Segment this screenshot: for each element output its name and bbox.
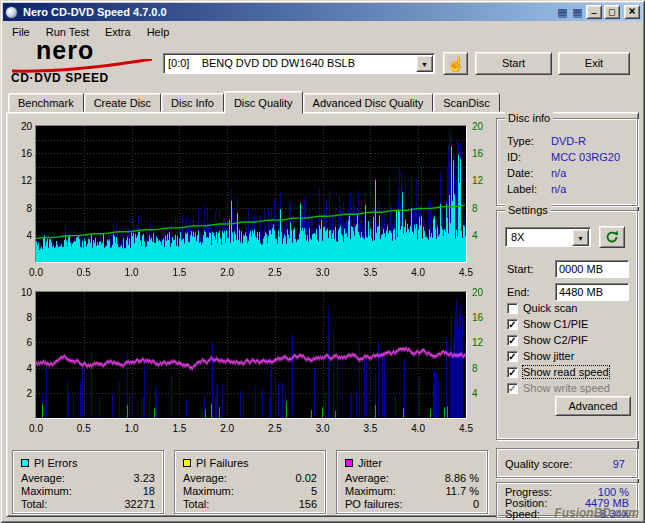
- disc-info-label: Type:: [507, 135, 534, 147]
- chevron-down-icon[interactable]: [416, 55, 433, 72]
- end-position-value: 4480 MB: [559, 286, 603, 298]
- checkbox-icon[interactable]: [507, 319, 518, 330]
- x-axis-tick: 0.0: [23, 267, 49, 278]
- y-axis-tick: 4: [6, 363, 32, 374]
- titlebar[interactable]: Nero CD-DVD Speed 4.7.0.0: [3, 3, 642, 21]
- checkbox-icon[interactable]: [507, 383, 518, 394]
- checkbox-icon[interactable]: [507, 303, 518, 314]
- stats-title: PI Failures: [196, 457, 249, 469]
- checkbox-label: Show jitter: [523, 350, 574, 362]
- y-axis-tick: 12: [6, 175, 32, 186]
- drive-select[interactable]: [0:0] BENQ DVD DD DW1640 BSLB: [163, 53, 435, 74]
- x-axis-tick: 2.5: [262, 423, 288, 434]
- stat-label: Average:: [21, 472, 65, 484]
- stats-row-maximum: Maximum:18: [21, 485, 155, 497]
- stat-label: Total:: [183, 498, 209, 510]
- quality-score-label: Quality score:: [505, 458, 572, 470]
- tab-benchmark[interactable]: Benchmark: [8, 93, 84, 112]
- disc-info-row-label: Label:n/a: [507, 183, 631, 196]
- stats-panel-jitter: JitterAverage:8.86 %Maximum:11.7 %PO fai…: [336, 450, 488, 514]
- chevron-down-icon[interactable]: [572, 229, 589, 246]
- pi-errors-canvas: [36, 126, 466, 262]
- checkbox-icon[interactable]: [507, 367, 518, 378]
- disc-info-row-date: Date:n/a: [507, 167, 631, 180]
- stat-value: 8.86 %: [445, 472, 479, 484]
- x-axis-tick: 0.0: [23, 423, 49, 434]
- stat-value: 0: [473, 498, 479, 510]
- tab-advanced-disc-quality[interactable]: Advanced Disc Quality: [303, 93, 434, 112]
- speed-select-value: 8X: [511, 231, 524, 243]
- stats-title: Jitter: [358, 457, 382, 469]
- stat-label: Maximum:: [345, 485, 396, 497]
- stats-row-total: Total:32271: [21, 498, 155, 510]
- checkbox-icon[interactable]: [507, 351, 518, 362]
- stat-value: 0.02: [296, 472, 317, 484]
- start-button[interactable]: Start: [475, 52, 552, 75]
- quality-score-value: 97: [613, 458, 625, 470]
- disc-info-label: Label:: [507, 183, 537, 195]
- speed-select[interactable]: 8X: [505, 227, 591, 247]
- exit-button[interactable]: Exit: [558, 52, 630, 75]
- stat-value: 5: [311, 485, 317, 497]
- stat-value: 156: [299, 498, 317, 510]
- disc-info-value: MCC 03RG20: [551, 151, 620, 163]
- checkbox-label: Show C1/PIE: [523, 318, 588, 330]
- menu-extra[interactable]: Extra: [97, 24, 139, 40]
- checkbox-show-jitter[interactable]: Show jitter: [507, 349, 574, 363]
- tab-scandisc[interactable]: ScanDisc: [433, 93, 499, 112]
- drive-eject-button[interactable]: [443, 52, 468, 75]
- tab-create-disc[interactable]: Create Disc: [84, 93, 161, 112]
- y-axis-tick: 8: [6, 312, 32, 323]
- pi-errors-color-swatch: [21, 459, 29, 467]
- y-axis-tick-right: 16: [472, 312, 483, 323]
- checkbox-show-c2-pif[interactable]: Show C2/PIF: [507, 333, 588, 347]
- x-axis-tick: 0.5: [71, 423, 97, 434]
- stat-label: PO failures:: [345, 498, 402, 510]
- logo-subtitle: CD·DVD SPEED: [11, 71, 109, 85]
- stats-header: Jitter: [345, 457, 382, 469]
- tab-disc-info[interactable]: Disc Info: [161, 93, 224, 112]
- stats-row-average: Average:0.02: [183, 472, 317, 484]
- window-title: Nero CD-DVD Speed 4.7.0.0: [20, 6, 554, 18]
- checkbox-quick-scan[interactable]: Quick scan: [507, 301, 577, 315]
- disc-info-value: n/a: [551, 167, 566, 179]
- x-axis-tick: 4.5: [453, 423, 479, 434]
- checkbox-label: Show C2/PIF: [523, 334, 588, 346]
- menu-file[interactable]: File: [4, 24, 38, 40]
- checkbox-label: Quick scan: [523, 302, 577, 314]
- x-axis-tick: 1.5: [166, 267, 192, 278]
- checkbox-icon[interactable]: [507, 335, 518, 346]
- jitter-color-swatch: [345, 459, 353, 467]
- stats-row-total: Total:156: [183, 498, 317, 510]
- advanced-button[interactable]: Advanced: [555, 396, 631, 416]
- y-axis-tick: 8: [6, 203, 32, 214]
- start-position-field[interactable]: 0000 MB: [555, 260, 629, 278]
- menu-help[interactable]: Help: [139, 24, 178, 40]
- titlebar-extra-icon: [556, 6, 569, 19]
- checkbox-show-read-speed[interactable]: Show read speed: [507, 365, 609, 379]
- drive-select-value: [0:0] BENQ DVD DD DW1640 BSLB: [168, 57, 355, 69]
- y-axis-tick-right: 16: [472, 148, 483, 159]
- stat-label: Average:: [345, 472, 389, 484]
- checkbox-show-write-speed[interactable]: Show write speed: [507, 381, 610, 395]
- refresh-speeds-button[interactable]: [599, 226, 625, 248]
- stat-label: Maximum:: [183, 485, 234, 497]
- pi-failures-color-swatch: [183, 459, 191, 467]
- pi-errors-plot: [35, 125, 467, 263]
- close-button[interactable]: [624, 5, 640, 19]
- nero-logo: nero CD·DVD SPEED: [6, 40, 160, 86]
- tab-bar: BenchmarkCreate DiscDisc InfoDisc Qualit…: [8, 91, 500, 114]
- x-axis-tick: 3.5: [357, 267, 383, 278]
- x-axis-tick: 2.0: [214, 423, 240, 434]
- tab-disc-quality[interactable]: Disc Quality: [224, 91, 303, 114]
- pi-failures-jitter-canvas: [36, 292, 466, 418]
- maximize-button[interactable]: [604, 5, 620, 19]
- stats-row-po-failures: PO failures:0: [345, 498, 479, 510]
- y-axis-tick-right: 8: [472, 363, 478, 374]
- x-axis-tick: 3.0: [310, 423, 336, 434]
- x-axis-tick: 4.5: [453, 267, 479, 278]
- end-position-field[interactable]: 4480 MB: [555, 283, 629, 301]
- checkbox-show-c1-pie[interactable]: Show C1/PIE: [507, 317, 588, 331]
- minimize-button[interactable]: [586, 5, 602, 19]
- stat-value: 32271: [124, 498, 155, 510]
